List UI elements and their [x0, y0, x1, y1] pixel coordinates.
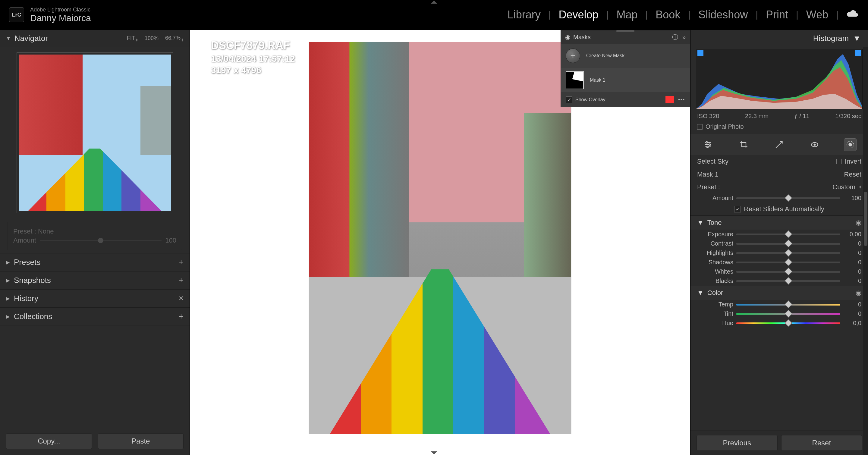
presets-add-button[interactable]: +	[179, 257, 184, 267]
original-photo-row[interactable]: Original Photo	[690, 122, 868, 134]
eye-icon[interactable]: ◉	[856, 289, 861, 297]
snapshots-section[interactable]: ▶ Snapshots +	[0, 271, 190, 289]
histogram-header[interactable]: Histogram ▼	[690, 30, 868, 47]
presets-section[interactable]: ▶ Presets +	[0, 253, 190, 271]
exif-iso: ISO 320	[697, 113, 719, 120]
slider-label: Contrast	[697, 240, 736, 247]
exif-row: ISO 320 22.3 mm ƒ / 11 1/320 sec	[690, 111, 868, 122]
healing-icon[interactable]	[773, 139, 785, 151]
tab-print[interactable]: Print	[766, 8, 788, 21]
slider-value: 0	[840, 268, 861, 275]
overlay-color-chip[interactable]	[665, 96, 674, 103]
tab-library[interactable]: Library	[507, 8, 541, 21]
right-scrollbar[interactable]	[863, 47, 868, 455]
navigator-zoom-custom[interactable]: 66.7%▲▼	[165, 35, 184, 42]
eye-icon[interactable]: ◉	[565, 33, 570, 41]
slider-label: Temp	[697, 301, 736, 308]
copy-button[interactable]: Copy...	[6, 433, 92, 449]
exif-shutter: 1/320 sec	[835, 113, 861, 120]
contrast-slider[interactable]	[736, 243, 840, 245]
panel-collapse-bottom[interactable]	[431, 451, 437, 454]
chevron-down-icon: ▼	[853, 34, 861, 43]
reset-button[interactable]: Reset	[781, 435, 862, 451]
masks-title: Masks	[573, 34, 591, 41]
collections-section[interactable]: ▶ Collections +	[0, 307, 190, 325]
masks-header: ◉ Masks ⓘ »	[561, 30, 690, 44]
tone-section-header[interactable]: ▼ Tone ◉	[690, 216, 868, 230]
image-filename: DSCF7879.RAF	[211, 39, 295, 52]
blacks-slider[interactable]	[736, 280, 840, 282]
tab-map[interactable]: Map	[616, 8, 638, 21]
previous-button[interactable]: Previous	[696, 435, 778, 451]
amount-slider[interactable]	[40, 240, 161, 241]
show-overlay-checkbox[interactable]: ✓	[566, 96, 572, 103]
amount-value: 100	[840, 195, 861, 202]
svg-point-4	[814, 144, 815, 145]
panel-drag-handle[interactable]	[616, 30, 634, 32]
masking-icon[interactable]	[844, 139, 856, 151]
exif-focal: 22.3 mm	[745, 113, 769, 120]
collapse-icon[interactable]: »	[682, 34, 686, 41]
create-new-mask-button[interactable]: + Create New Mask	[561, 44, 690, 68]
collections-add-button[interactable]: +	[179, 312, 184, 321]
shadows-slider[interactable]	[736, 262, 840, 263]
snapshots-add-button[interactable]: +	[179, 275, 184, 285]
left-panel: ▼ Navigator FIT▲▼ 100% 66.7%▲▼ Preset : …	[0, 30, 190, 455]
tone-highlights-row: Highlights 0	[690, 248, 868, 258]
tab-develop[interactable]: Develop	[559, 8, 598, 21]
navigator-fit[interactable]: FIT▲▼	[127, 35, 138, 42]
original-photo-checkbox[interactable]	[697, 124, 703, 130]
crop-icon[interactable]	[738, 139, 750, 151]
tone-contrast-row: Contrast 0	[690, 239, 868, 248]
exposure-slider[interactable]	[736, 233, 840, 235]
amount-value: 100	[165, 236, 176, 245]
chevron-right-icon: ▶	[6, 278, 10, 283]
reset-sliders-row[interactable]: ✓ Reset Sliders Automatically	[690, 203, 868, 216]
tab-slideshow[interactable]: Slideshow	[698, 8, 748, 21]
histogram[interactable]	[696, 49, 863, 109]
chevron-right-icon: ▶	[6, 296, 10, 301]
slider-value: 0	[840, 311, 861, 317]
paste-button[interactable]: Paste	[98, 433, 184, 449]
plus-icon: +	[566, 48, 580, 63]
slider-label: Whites	[697, 268, 736, 275]
navigator-zoom-100[interactable]: 100%	[145, 35, 158, 41]
overlay-menu-icon[interactable]: •••	[678, 97, 685, 102]
slider-value: 0	[840, 278, 861, 285]
eye-icon[interactable]: ◉	[856, 219, 861, 227]
mask-reset-button[interactable]: Reset	[844, 170, 861, 178]
mask-item-1[interactable]: Mask 1	[561, 68, 690, 92]
main-photo[interactable]	[309, 42, 571, 434]
whites-slider[interactable]	[736, 271, 840, 273]
color-section-header[interactable]: ▼ Color ◉	[690, 286, 868, 300]
amount-slider[interactable]	[736, 197, 840, 199]
history-clear-button[interactable]: ×	[179, 293, 184, 303]
color-temp-row: Temp 0	[690, 300, 868, 309]
panel-collapse-top[interactable]	[431, 1, 437, 4]
svg-point-6	[849, 143, 852, 146]
redeye-icon[interactable]	[809, 139, 821, 151]
chevron-down-icon: ▼	[6, 36, 11, 41]
tone-whites-row: Whites 0	[690, 267, 868, 276]
chevron-down-icon: ▼	[697, 289, 704, 297]
tint-slider[interactable]	[736, 313, 840, 315]
image-info-overlay: DSCF7879.RAF 13/04/2024 17:57:12 3197 x …	[211, 39, 295, 75]
cloud-sync-icon[interactable]	[846, 8, 859, 21]
info-icon[interactable]: ⓘ	[672, 33, 678, 41]
navigator-header[interactable]: ▼ Navigator FIT▲▼ 100% 66.7%▲▼	[0, 30, 190, 47]
reset-sliders-checkbox[interactable]: ✓	[734, 206, 741, 213]
select-sky-row: Select Sky Invert	[690, 155, 868, 168]
tab-web[interactable]: Web	[806, 8, 828, 21]
edit-sliders-icon[interactable]	[702, 139, 714, 151]
invert-checkbox[interactable]	[836, 159, 842, 164]
history-section[interactable]: ▶ History ×	[0, 289, 190, 307]
preset-dropdown[interactable]: Custom ▲▼	[832, 183, 861, 191]
slider-label: Blacks	[697, 278, 736, 285]
app-title: Adobe Lightroom Classic Danny Maiorca	[30, 7, 91, 23]
temp-slider[interactable]	[736, 304, 840, 305]
navigator-thumbnail[interactable]	[17, 53, 173, 213]
highlights-slider[interactable]	[736, 252, 840, 254]
app-logo: LrC	[9, 7, 24, 22]
tab-book[interactable]: Book	[655, 8, 680, 21]
hue-slider[interactable]	[736, 322, 840, 324]
